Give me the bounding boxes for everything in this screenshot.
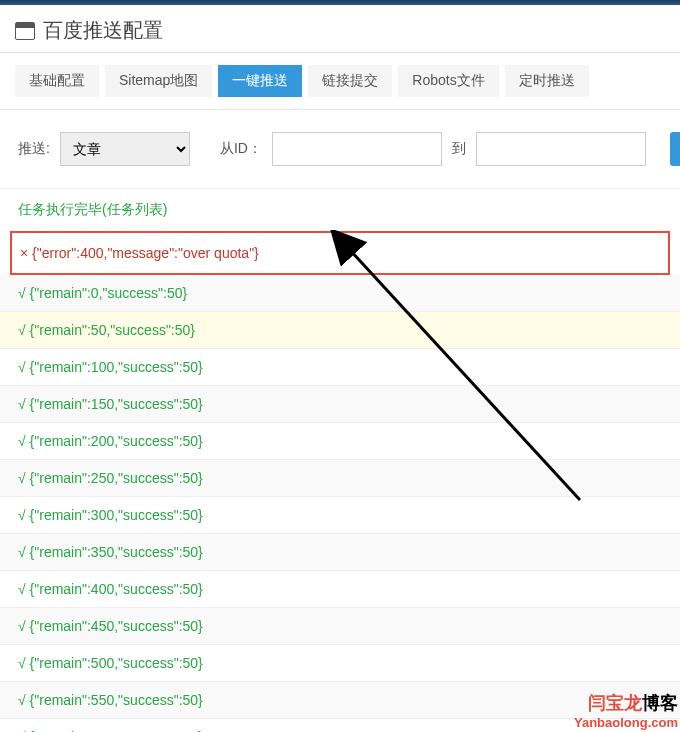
task-status-text: 任务执行完毕	[18, 201, 102, 217]
tab-2[interactable]: 一键推送	[218, 65, 302, 97]
task-list-link[interactable]: (任务列表)	[102, 201, 167, 217]
result-success: √ {"remain":500,"success":50}	[0, 645, 680, 682]
tab-3[interactable]: 链接提交	[308, 65, 392, 97]
tab-5[interactable]: 定时推送	[505, 65, 589, 97]
result-success: √ {"remain":450,"success":50}	[0, 608, 680, 645]
result-success: √ {"remain":100,"success":50}	[0, 349, 680, 386]
from-id-label: 从ID：	[220, 140, 262, 158]
result-success: √ {"remain":0,"success":50}	[0, 275, 680, 312]
submit-button-edge[interactable]	[670, 132, 680, 166]
result-success: √ {"remain":300,"success":50}	[0, 497, 680, 534]
tab-1[interactable]: Sitemap地图	[105, 65, 212, 97]
watermark-title: 闫宝龙博客	[574, 691, 678, 715]
tab-4[interactable]: Robots文件	[398, 65, 498, 97]
result-success: √ {"remain":400,"success":50}	[0, 571, 680, 608]
page-header: 百度推送配置	[0, 5, 680, 53]
result-success: √ {"remain":250,"success":50}	[0, 460, 680, 497]
to-id-input[interactable]	[476, 132, 646, 166]
to-label: 到	[452, 140, 466, 158]
result-list: × {"error":400,"message":"over quota"}√ …	[0, 231, 680, 732]
tab-0[interactable]: 基础配置	[15, 65, 99, 97]
from-id-input[interactable]	[272, 132, 442, 166]
push-label: 推送:	[18, 140, 50, 158]
result-success: √ {"remain":50,"success":50}	[0, 312, 680, 349]
result-success: √ {"remain":150,"success":50}	[0, 386, 680, 423]
filter-row: 推送: 文章 从ID： 到	[0, 110, 680, 189]
result-success: √ {"remain":200,"success":50}	[0, 423, 680, 460]
watermark: 闫宝龙博客 Yanbaolong.com	[574, 691, 678, 730]
window-icon	[15, 22, 35, 40]
page-title: 百度推送配置	[43, 17, 163, 44]
result-error: × {"error":400,"message":"over quota"}	[10, 231, 670, 275]
watermark-url: Yanbaolong.com	[574, 715, 678, 730]
task-status-header: 任务执行完毕(任务列表)	[0, 189, 680, 231]
tab-bar: 基础配置Sitemap地图一键推送链接提交Robots文件定时推送	[0, 53, 680, 110]
result-success: √ {"remain":350,"success":50}	[0, 534, 680, 571]
push-select[interactable]: 文章	[60, 132, 190, 166]
